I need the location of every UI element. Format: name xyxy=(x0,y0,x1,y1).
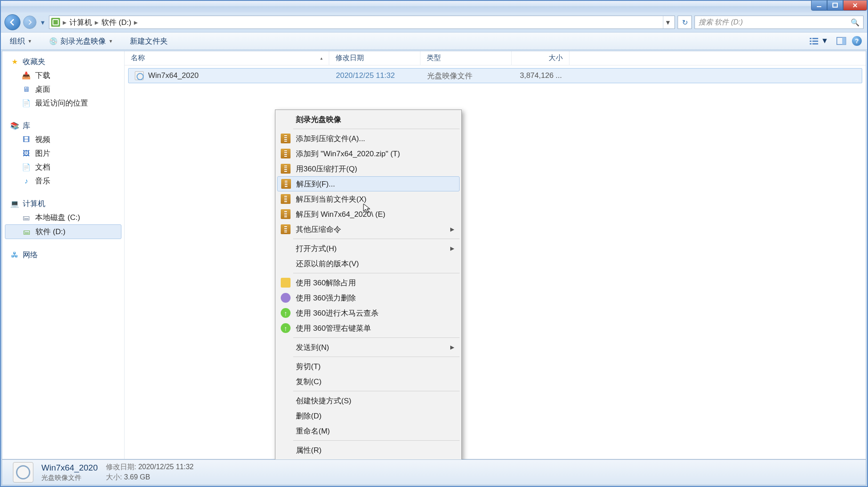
burn-disc-button[interactable]: 💿 刻录光盘映像▼ xyxy=(45,34,117,48)
organize-button[interactable]: 组织▼ xyxy=(6,34,36,48)
address-dropdown[interactable]: ▾ xyxy=(663,16,673,28)
file-size: 3,874,126 ... xyxy=(512,71,568,80)
file-type: 光盘映像文件 xyxy=(421,71,512,81)
360-icon: ↑ xyxy=(281,323,291,333)
sidebar-music[interactable]: ♪音乐 xyxy=(2,174,124,188)
title-bar xyxy=(1,1,867,12)
column-size[interactable]: 大小 xyxy=(512,51,569,65)
details-pane: Win7x64_2020 光盘映像文件 修改日期: 2020/12/25 11:… xyxy=(2,459,866,485)
file-name: Win7x64_2020 xyxy=(148,71,198,80)
archive-icon xyxy=(281,134,291,143)
sidebar-documents[interactable]: 📄文档 xyxy=(2,160,124,174)
iso-file-icon xyxy=(135,71,144,80)
ctx-cut[interactable]: 剪切(T) xyxy=(276,359,460,374)
breadcrumb-computer[interactable]: 计算机 xyxy=(69,17,92,28)
hdd-icon: 🖴 xyxy=(22,213,31,222)
view-list-icon xyxy=(809,37,819,45)
column-name[interactable]: 名称▴ xyxy=(125,51,329,65)
ctx-360-force-delete[interactable]: 使用 360强力删除 xyxy=(276,290,460,305)
ctx-shortcut[interactable]: 创建快捷方式(S) xyxy=(276,393,460,408)
column-headers: 名称▴ 修改日期 类型 大小 xyxy=(125,51,866,65)
maximize-button[interactable] xyxy=(827,0,843,11)
picture-icon: 🖼 xyxy=(22,149,31,158)
sidebar-local-c[interactable]: 🖴本地磁盘 (C:) xyxy=(2,211,124,224)
ctx-360-scan[interactable]: ↑使用 360进行木马云查杀 xyxy=(276,305,460,321)
sidebar-network[interactable]: 🖧网络 xyxy=(2,248,124,262)
nav-history-dropdown[interactable]: ▾ xyxy=(39,16,46,29)
archive-icon xyxy=(281,149,291,158)
drive-icon xyxy=(51,18,60,27)
ctx-add-zip[interactable]: 添加到 "Win7x64_2020.zip" (T) xyxy=(276,146,460,161)
sidebar-computer[interactable]: 💻计算机 xyxy=(2,197,124,211)
ctx-properties[interactable]: 属性(R) xyxy=(276,442,460,458)
archive-icon xyxy=(281,179,291,189)
ctx-delete[interactable]: 删除(D) xyxy=(276,408,460,423)
computer-icon: 💻 xyxy=(10,199,19,208)
details-size: 3.69 GB xyxy=(124,473,150,481)
ctx-extract-folder[interactable]: 解压到 Win7x64_2020\ (E) xyxy=(276,207,460,222)
ctx-rename[interactable]: 重命名(M) xyxy=(276,423,460,438)
svg-rect-0 xyxy=(817,6,821,7)
ctx-other-compress[interactable]: 其他压缩命令▶ xyxy=(276,222,460,237)
ctx-360-menu[interactable]: ↑使用 360管理右键菜单 xyxy=(276,321,460,336)
sidebar-desktop[interactable]: 🖥桌面 xyxy=(2,82,124,96)
ctx-open-360zip[interactable]: 用360压缩打开(Q) xyxy=(276,161,460,176)
ctx-add-archive[interactable]: 添加到压缩文件(A)... xyxy=(276,131,460,146)
ctx-burn-image[interactable]: 刻录光盘映像 xyxy=(276,112,460,127)
360-icon: ↑ xyxy=(281,308,291,318)
submenu-arrow-icon: ▶ xyxy=(450,226,454,232)
svg-rect-3 xyxy=(812,38,818,39)
sidebar-software-d[interactable]: 🖴软件 (D:) xyxy=(5,224,121,239)
submenu-arrow-icon: ▶ xyxy=(450,344,454,350)
network-icon: 🖧 xyxy=(10,251,19,260)
new-folder-button[interactable]: 新建文件夹 xyxy=(126,34,171,48)
close-button[interactable] xyxy=(843,0,867,11)
details-modified: 2020/12/25 11:32 xyxy=(138,463,194,471)
sidebar-videos[interactable]: 🎞视频 xyxy=(2,133,124,146)
sidebar-favorites[interactable]: ★收藏夹 xyxy=(2,55,124,69)
search-placeholder: 搜索 软件 (D:) xyxy=(698,18,743,27)
search-input[interactable]: 搜索 软件 (D:) 🔍 xyxy=(694,16,864,29)
preview-pane-icon xyxy=(836,37,846,45)
ctx-send-to[interactable]: 发送到(N)▶ xyxy=(276,340,460,355)
library-icon: 📚 xyxy=(10,122,19,130)
column-type[interactable]: 类型 xyxy=(420,51,512,65)
file-row[interactable]: Win7x64_2020 2020/12/25 11:32 光盘映像文件 3,8… xyxy=(128,68,862,83)
ctx-restore-version[interactable]: 还原以前的版本(V) xyxy=(276,256,460,271)
address-bar[interactable]: ▸ 计算机 ▸ 软件 (D:) ▸ ▾ xyxy=(49,16,675,29)
back-button[interactable] xyxy=(4,14,20,30)
ctx-extract-to[interactable]: 解压到(F)... xyxy=(277,176,460,191)
svg-rect-5 xyxy=(812,41,818,42)
ctx-extract-here[interactable]: 解压到当前文件夹(X) xyxy=(276,191,460,207)
archive-icon xyxy=(281,224,291,234)
ctx-open-with[interactable]: 打开方式(H)▶ xyxy=(276,241,460,256)
submenu-arrow-icon: ▶ xyxy=(450,245,454,252)
disc-icon: 💿 xyxy=(49,37,58,45)
ctx-360-unlock[interactable]: 使用 360解除占用 xyxy=(276,275,460,290)
sidebar-recent[interactable]: 📄最近访问的位置 xyxy=(2,96,124,110)
breadcrumb-drive[interactable]: 软件 (D:) xyxy=(101,17,131,28)
sidebar-libraries[interactable]: 📚库 xyxy=(2,119,124,133)
sidebar-pictures[interactable]: 🖼图片 xyxy=(2,146,124,160)
360-icon xyxy=(281,278,291,288)
music-icon: ♪ xyxy=(22,177,31,186)
help-button[interactable]: ? xyxy=(852,36,862,46)
preview-pane-button[interactable] xyxy=(834,36,848,46)
svg-rect-1 xyxy=(833,3,837,7)
minimize-button[interactable] xyxy=(811,0,827,11)
view-options-button[interactable]: ▼ xyxy=(807,35,831,47)
forward-button[interactable] xyxy=(23,16,36,29)
details-filename: Win7x64_2020 xyxy=(41,463,98,473)
search-icon: 🔍 xyxy=(851,18,860,27)
column-date[interactable]: 修改日期 xyxy=(329,51,420,65)
sidebar-downloads[interactable]: 📥下载 xyxy=(2,69,124,82)
download-icon: 📥 xyxy=(22,71,31,80)
archive-icon xyxy=(281,194,291,204)
refresh-button[interactable]: ↻ xyxy=(678,16,692,29)
details-filetype: 光盘映像文件 xyxy=(41,474,98,482)
archive-icon xyxy=(281,164,291,174)
svg-rect-7 xyxy=(812,43,818,45)
ctx-copy[interactable]: 复制(C) xyxy=(276,374,460,389)
star-icon: ★ xyxy=(10,57,19,66)
file-thumbnail-icon xyxy=(13,462,33,483)
